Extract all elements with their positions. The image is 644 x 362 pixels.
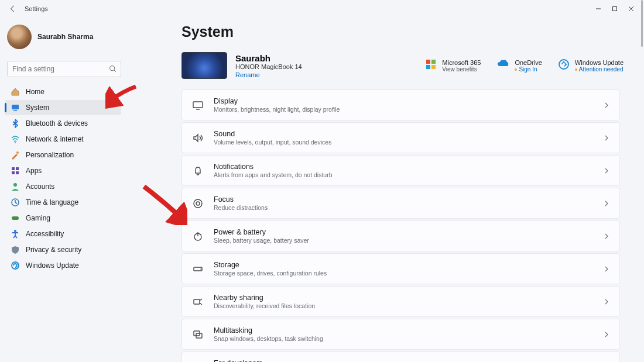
scrollbar-thumb[interactable] xyxy=(641,0,643,47)
gaming-icon xyxy=(11,213,20,223)
multitasking-icon xyxy=(191,329,204,340)
sidebar-item-label: Accessibility xyxy=(26,230,64,238)
header-card-wupdate[interactable]: Windows Update Attention needed xyxy=(559,59,624,73)
privacy-icon xyxy=(11,245,20,254)
search-input[interactable] xyxy=(7,61,121,77)
svg-rect-20 xyxy=(431,65,436,69)
svg-rect-30 xyxy=(194,299,200,304)
settings-card-storage[interactable]: Storage Storage space, drives, configura… xyxy=(181,253,620,284)
profile-block[interactable]: Saurabh Sharma xyxy=(5,22,132,61)
sidebar-item-label: Accounts xyxy=(26,182,54,191)
storage-icon xyxy=(191,263,204,275)
accessibility-icon xyxy=(11,229,20,239)
focus-icon xyxy=(191,198,204,209)
sidebar-item-home[interactable]: Home xyxy=(5,84,121,99)
sidebar-item-network-internet[interactable]: Network & internet xyxy=(5,132,121,147)
apps-icon xyxy=(11,166,20,175)
settings-card-focus[interactable]: Focus Reduce distractions xyxy=(181,188,620,219)
settings-card-notifications[interactable]: Notifications Alerts from apps and syste… xyxy=(181,155,620,186)
sidebar-item-label: Apps xyxy=(26,167,42,175)
svg-point-12 xyxy=(13,183,17,187)
card-title: For developers xyxy=(214,359,594,362)
sound-icon xyxy=(191,132,204,144)
sidebar-item-bluetooth-devices[interactable]: Bluetooth & devices xyxy=(5,116,121,131)
sidebar-item-label: Time & language xyxy=(26,198,78,206)
sidebar-item-privacy-security[interactable]: Privacy & security xyxy=(5,242,121,257)
maximize-button[interactable] xyxy=(607,2,623,16)
sidebar-item-label: Gaming xyxy=(26,214,50,222)
card-subtitle: Alerts from apps and system, do not dist… xyxy=(214,171,594,178)
sidebar-item-system[interactable]: System xyxy=(5,100,121,115)
sidebar-item-accessibility[interactable]: Accessibility xyxy=(5,226,121,242)
settings-card-nearby-sharing[interactable]: Nearby sharing Discoverability, received… xyxy=(181,286,620,317)
svg-rect-14 xyxy=(12,216,19,220)
card-subtitle: Storage space, drives, configuration rul… xyxy=(214,270,594,277)
sidebar-item-label: Windows Update xyxy=(26,261,79,270)
status-dot-icon xyxy=(515,68,517,71)
rename-link[interactable]: Rename xyxy=(235,71,302,78)
device-model: HONOR MagicBook 14 xyxy=(235,63,302,70)
card-title: Nearby sharing xyxy=(214,294,594,302)
header-card-onedrive[interactable]: OneDrive Sign In xyxy=(497,59,542,73)
header-card-sub: Attention needed xyxy=(575,66,624,73)
chevron-right-icon xyxy=(603,298,610,305)
svg-rect-1 xyxy=(613,7,617,11)
sidebar-item-windows-update[interactable]: Windows Update xyxy=(5,258,121,273)
profile-name: Saurabh Sharma xyxy=(37,33,93,41)
page-title: System xyxy=(181,23,624,40)
time-icon xyxy=(11,198,20,207)
card-title: Focus xyxy=(214,195,594,204)
nearby-icon xyxy=(191,296,204,308)
accounts-icon xyxy=(11,182,20,191)
chevron-right-icon xyxy=(603,167,610,174)
svg-rect-10 xyxy=(12,171,15,174)
main-content: System Saurabh HONOR MagicBook 14 Rename… xyxy=(132,18,644,362)
chevron-right-icon xyxy=(603,135,610,142)
svg-rect-7 xyxy=(16,151,19,154)
card-subtitle: Sleep, battery usage, battery saver xyxy=(214,237,594,244)
sidebar-item-apps[interactable]: Apps xyxy=(5,163,121,178)
settings-card-sound[interactable]: Sound Volume levels, output, input, soun… xyxy=(181,122,620,153)
header-card-title: OneDrive xyxy=(515,59,542,66)
card-title: Power & battery xyxy=(214,228,594,236)
settings-card-display[interactable]: Display Monitors, brightness, night ligh… xyxy=(181,89,620,120)
sidebar-item-label: Privacy & security xyxy=(26,246,81,254)
sidebar-item-gaming[interactable]: Gaming xyxy=(5,211,121,226)
close-button[interactable] xyxy=(623,2,639,16)
card-title: Notifications xyxy=(214,163,594,171)
svg-rect-8 xyxy=(12,167,15,170)
card-subtitle: Reduce distractions xyxy=(214,204,594,211)
sidebar-item-label: Personalization xyxy=(26,151,74,159)
settings-card-multitasking[interactable]: Multitasking Snap windows, desktops, tas… xyxy=(181,319,620,350)
sidebar-item-label: Network & internet xyxy=(26,135,84,143)
svg-rect-19 xyxy=(426,65,430,69)
wupdate-icon xyxy=(559,59,569,70)
back-button[interactable] xyxy=(5,1,21,17)
svg-rect-18 xyxy=(431,60,436,64)
titlebar: Settings xyxy=(0,0,644,18)
sidebar-item-accounts[interactable]: Accounts xyxy=(5,179,121,194)
svg-rect-17 xyxy=(426,60,430,64)
header-card-sub: View benefits xyxy=(442,66,481,73)
sidebar-item-personalization[interactable]: Personalization xyxy=(5,147,121,163)
sidebar-item-label: Bluetooth & devices xyxy=(26,119,88,127)
svg-point-24 xyxy=(194,199,202,208)
sidebar-item-time-language[interactable]: Time & language xyxy=(5,195,121,210)
header-card-m365[interactable]: Microsoft 365 View benefits xyxy=(426,59,481,73)
svg-rect-11 xyxy=(16,171,19,174)
card-subtitle: Monitors, brightness, night light, displ… xyxy=(214,106,594,113)
card-subtitle: Volume levels, output, input, sound devi… xyxy=(214,139,594,146)
sidebar: Saurabh Sharma HomeSystemBluetooth & dev… xyxy=(0,18,132,362)
sidebar-item-label: Home xyxy=(26,88,44,96)
svg-rect-9 xyxy=(16,167,19,170)
settings-card-for-developers[interactable]: For developers These settings are intend… xyxy=(181,351,620,362)
bluetooth-icon xyxy=(11,119,20,128)
svg-point-25 xyxy=(196,202,200,205)
window-title: Settings xyxy=(25,5,48,12)
svg-point-29 xyxy=(200,268,201,270)
settings-card-power-battery[interactable]: Power & battery Sleep, battery usage, ba… xyxy=(181,220,620,251)
card-title: Sound xyxy=(214,130,594,138)
update-icon xyxy=(11,261,20,270)
arrow-left-icon xyxy=(9,5,17,13)
minimize-button[interactable] xyxy=(590,2,607,16)
